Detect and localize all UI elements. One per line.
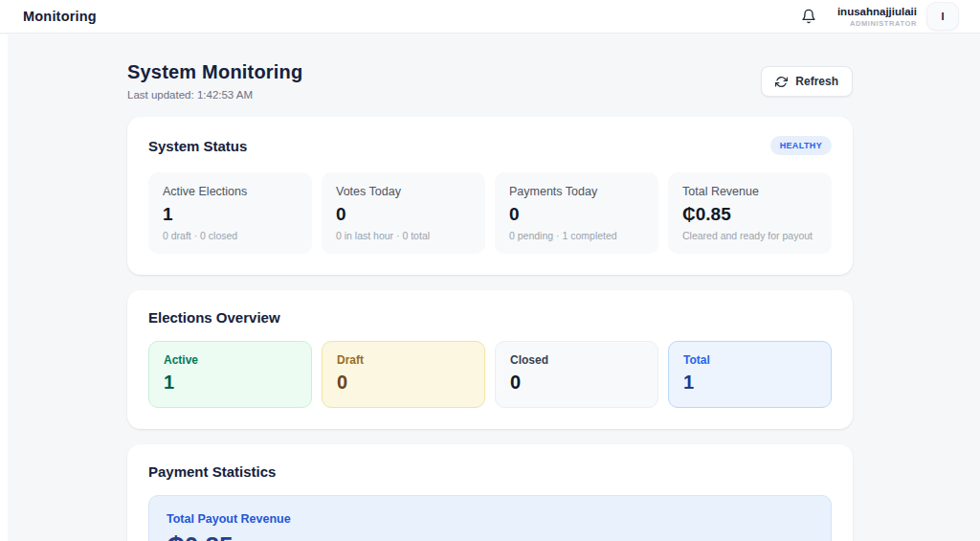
refresh-icon (775, 76, 788, 88)
overview-label: Closed (510, 353, 643, 367)
system-status-header: System Status HEALTHY (148, 136, 832, 155)
stat-votes-today: Votes Today 0 0 in last hour · 0 total (322, 172, 485, 254)
page-header: System Monitoring Last updated: 1:42:53 … (127, 61, 853, 101)
overview-value: 0 (510, 372, 643, 394)
overview-box-closed: Closed 0 (495, 341, 658, 408)
bell-icon (801, 9, 816, 24)
stat-value: 1 (163, 204, 298, 225)
refresh-button[interactable]: Refresh (761, 66, 853, 97)
stat-sub: 0 in last hour · 0 total (336, 230, 471, 241)
left-gutter (0, 34, 8, 541)
elections-overview-title: Elections Overview (148, 309, 280, 326)
payment-statistics-title: Payment Statistics (148, 463, 276, 480)
stat-active-elections: Active Elections 1 0 draft · 0 closed (148, 172, 312, 254)
stat-total-revenue: Total Revenue ₵0.85 Cleared and ready fo… (668, 172, 832, 254)
payment-statistics-card: Payment Statistics Total Payout Revenue … (127, 444, 853, 541)
payout-label: Total Payout Revenue (167, 512, 813, 526)
user-name: inusahnajjiulaii (837, 5, 917, 18)
page-title-block: System Monitoring Last updated: 1:42:53 … (127, 61, 302, 101)
app-logo[interactable]: Monitoring (23, 9, 97, 24)
elections-overview-grid: Active 1 Draft 0 Closed 0 Total 1 (148, 341, 832, 408)
topbar-right: inusahnajjiulaii ADMINISTRATOR I (799, 2, 959, 31)
refresh-button-label: Refresh (795, 75, 838, 88)
overview-value: 0 (337, 372, 470, 394)
overview-box-draft: Draft 0 (322, 341, 485, 408)
overview-label: Total (683, 353, 816, 367)
avatar[interactable]: I (926, 2, 959, 31)
topbar: Monitoring inusahnajjiulaii ADMINISTRATO… (0, 0, 980, 34)
user-role: ADMINISTRATOR (837, 19, 917, 28)
payout-value: ₵0.85 (167, 531, 813, 541)
payout-revenue-panel: Total Payout Revenue ₵0.85 Net amount af… (148, 495, 832, 541)
last-updated: Last updated: 1:42:53 AM (127, 89, 302, 101)
stat-payments-today: Payments Today 0 0 pending · 1 completed (495, 172, 658, 254)
elections-overview-card: Elections Overview Active 1 Draft 0 Clos… (127, 290, 853, 429)
stat-value: 0 (509, 204, 644, 225)
stat-sub: Cleared and ready for payout (682, 230, 817, 241)
system-status-card: System Status HEALTHY Active Elections 1… (127, 117, 853, 275)
status-badge: HEALTHY (770, 136, 832, 155)
user-menu[interactable]: inusahnajjiulaii ADMINISTRATOR I (837, 2, 959, 31)
stat-label: Payments Today (509, 185, 644, 198)
overview-value: 1 (164, 372, 297, 394)
stat-value: ₵0.85 (682, 204, 817, 225)
system-status-title: System Status (148, 138, 247, 154)
overview-value: 1 (683, 372, 816, 394)
stat-sub: 0 pending · 1 completed (509, 230, 644, 241)
stat-label: Votes Today (336, 185, 471, 198)
elections-overview-header: Elections Overview (148, 309, 832, 326)
page-title: System Monitoring (127, 61, 302, 83)
overview-label: Draft (337, 353, 470, 367)
payment-statistics-header: Payment Statistics (148, 463, 832, 480)
stat-value: 0 (336, 204, 471, 225)
system-status-grid: Active Elections 1 0 draft · 0 closed Vo… (148, 172, 832, 254)
overview-box-active: Active 1 (148, 341, 312, 408)
stat-label: Active Elections (163, 185, 298, 198)
stat-sub: 0 draft · 0 closed (163, 230, 298, 241)
notifications-button[interactable] (799, 7, 818, 26)
overview-box-total: Total 1 (668, 341, 832, 408)
user-info: inusahnajjiulaii ADMINISTRATOR (837, 5, 917, 28)
main-content: System Monitoring Last updated: 1:42:53 … (127, 34, 853, 541)
stat-label: Total Revenue (682, 185, 817, 198)
overview-label: Active (164, 353, 297, 367)
